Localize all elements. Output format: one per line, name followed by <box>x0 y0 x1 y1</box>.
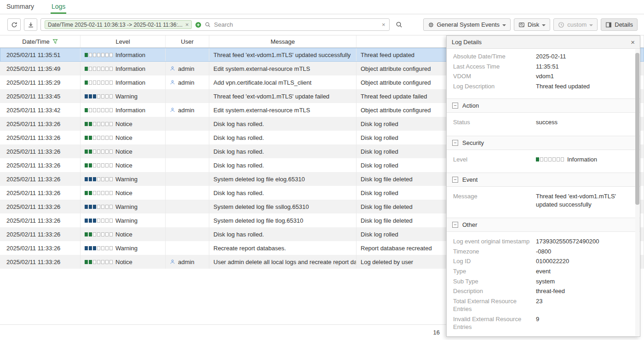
panel-scrollbar-thumb[interactable] <box>635 53 639 205</box>
cell-message: Add vpn.certificate.local mTLS_client <box>209 75 356 89</box>
section-fields: Statussuccess <box>447 113 640 128</box>
panel-title: Log Details <box>452 39 482 46</box>
detail-field-value: 0100022220 <box>536 257 640 265</box>
cell-user <box>166 186 209 200</box>
cell-user: admin <box>166 62 209 75</box>
cell-level: Notice <box>80 158 166 172</box>
log-location-label: Disk <box>528 21 539 28</box>
close-icon[interactable]: × <box>631 39 635 46</box>
detail-field-value: Threat feed 'ext-vdom1.mTLS' updated suc… <box>536 192 640 208</box>
cell-user <box>166 117 209 131</box>
remove-filter-icon[interactable]: × <box>185 22 189 28</box>
search-icon <box>205 22 211 28</box>
disk-icon <box>518 22 525 28</box>
column-header-datetime[interactable]: Date/Time <box>0 35 80 47</box>
detail-field-value: 11:35:51 <box>536 63 640 71</box>
cell-datetime: 2025/02/11 11:35:51 <box>0 48 80 62</box>
severity-blocks <box>85 108 113 112</box>
cell-user <box>166 48 209 62</box>
section-header[interactable]: −Action <box>447 98 640 113</box>
detail-field: Timezone-0800 <box>447 247 640 257</box>
cell-user <box>166 241 209 255</box>
cell-message: Threat feed 'ext-vdom1.mTLS' updated suc… <box>209 48 356 62</box>
cell-message: Disk log has rolled. <box>209 158 356 172</box>
download-button[interactable] <box>24 18 37 31</box>
cell-level: Information <box>80 103 166 117</box>
cell-datetime: 2025/02/11 11:33:45 <box>0 89 80 103</box>
severity-blocks <box>85 53 113 57</box>
search-icon <box>396 21 402 28</box>
tab-summary[interactable]: Summary <box>6 0 35 14</box>
collapse-icon[interactable]: − <box>452 177 458 183</box>
detail-field: Log DescriptionThreat feed updated <box>447 81 640 92</box>
filter-funnel-icon[interactable] <box>52 39 58 44</box>
severity-blocks <box>85 136 113 140</box>
section-fields: Log event original timestamp173930255057… <box>447 232 640 333</box>
column-header-user[interactable]: User <box>166 35 209 47</box>
log-location-dropdown[interactable]: Disk <box>514 18 550 31</box>
custom-time-dropdown[interactable]: custom <box>553 18 598 31</box>
detail-field: Last Access Time11:35:51 <box>447 62 640 72</box>
detail-field-value: success <box>536 118 640 127</box>
clear-search-icon[interactable]: × <box>382 22 385 28</box>
date-filter-text: Date/Time 2025-02-11 10:36:13 -> 2025-02… <box>48 22 183 28</box>
detail-field-label: Invalid External Resource Entries <box>453 315 536 331</box>
detail-field: Log event original timestamp173930255057… <box>447 236 640 247</box>
severity-blocks <box>85 67 113 71</box>
cell-datetime: 2025/02/11 11:35:49 <box>0 62 80 75</box>
cell-user <box>166 172 209 186</box>
detail-field: Total External Resource Entries23 <box>447 296 640 314</box>
section-header[interactable]: −Event <box>447 173 640 187</box>
detail-field-value: event <box>536 267 640 276</box>
toolbar: Date/Time 2025-02-11 10:36:13 -> 2025-02… <box>0 14 644 35</box>
detail-field-value: vdom1 <box>536 72 640 81</box>
section-fields: LevelInformation <box>447 150 640 166</box>
detail-field-label: Total External Resource Entries <box>453 297 536 313</box>
caret-down-icon <box>502 24 506 26</box>
collapse-icon[interactable]: − <box>452 140 458 146</box>
detail-field-value: -0800 <box>536 248 640 256</box>
search-submit-button[interactable] <box>393 18 406 31</box>
section-title: Other <box>462 221 477 228</box>
date-filter-pill[interactable]: Date/Time 2025-02-11 10:36:13 -> 2025-02… <box>45 20 192 29</box>
column-label: Date/Time <box>22 38 49 45</box>
cell-user: admin <box>166 103 209 117</box>
search-input[interactable] <box>214 21 379 28</box>
cell-level: Notice <box>80 227 166 241</box>
cell-datetime: 2025/02/11 11:33:26 <box>0 186 80 200</box>
cell-message: Disk log has rolled. <box>209 131 356 144</box>
severity-blocks <box>85 81 113 85</box>
section-header[interactable]: −Other <box>447 218 640 232</box>
cell-user <box>166 213 209 227</box>
search-bar[interactable]: Date/Time 2025-02-11 10:36:13 -> 2025-02… <box>40 18 390 31</box>
tab-logs[interactable]: Logs <box>51 0 66 14</box>
details-toggle-button[interactable]: Details <box>601 18 638 31</box>
cell-user <box>166 89 209 103</box>
collapse-icon[interactable]: − <box>452 222 458 228</box>
detail-field: VDOMvdom1 <box>447 71 640 81</box>
user-icon <box>170 259 175 265</box>
cell-message: User admin delete all local logs and rec… <box>209 255 356 269</box>
section-fields: MessageThreat feed 'ext-vdom1.mTLS' upda… <box>447 187 640 210</box>
log-details-panel-body: Absolute Date/Time2025-02-11Last Access … <box>447 49 640 336</box>
panel-scrollbar[interactable] <box>635 49 639 336</box>
cell-user <box>166 158 209 172</box>
detail-field-value: 23 <box>536 297 640 305</box>
add-filter-icon[interactable] <box>195 22 201 28</box>
detail-field-value: 1739302550572490200 <box>536 237 640 246</box>
collapse-icon[interactable]: − <box>452 103 458 109</box>
detail-section: −OtherLog event original timestamp173930… <box>447 218 640 333</box>
column-label: Level <box>115 38 130 45</box>
severity-blocks <box>85 177 113 181</box>
cell-level: Notice <box>80 131 166 144</box>
detail-field: LevelInformation <box>447 155 640 165</box>
column-header-level[interactable]: Level <box>80 35 166 47</box>
caret-down-icon <box>589 24 593 26</box>
refresh-button[interactable] <box>7 18 21 31</box>
column-header-message[interactable]: Message <box>209 35 356 47</box>
detail-field-label: Type <box>453 267 536 276</box>
cell-datetime: 2025/02/11 11:33:26 <box>0 158 80 172</box>
event-type-dropdown[interactable]: General System Events <box>423 18 511 31</box>
section-header[interactable]: −Security <box>447 136 640 150</box>
detail-field-label: Log event original timestamp <box>453 237 536 246</box>
